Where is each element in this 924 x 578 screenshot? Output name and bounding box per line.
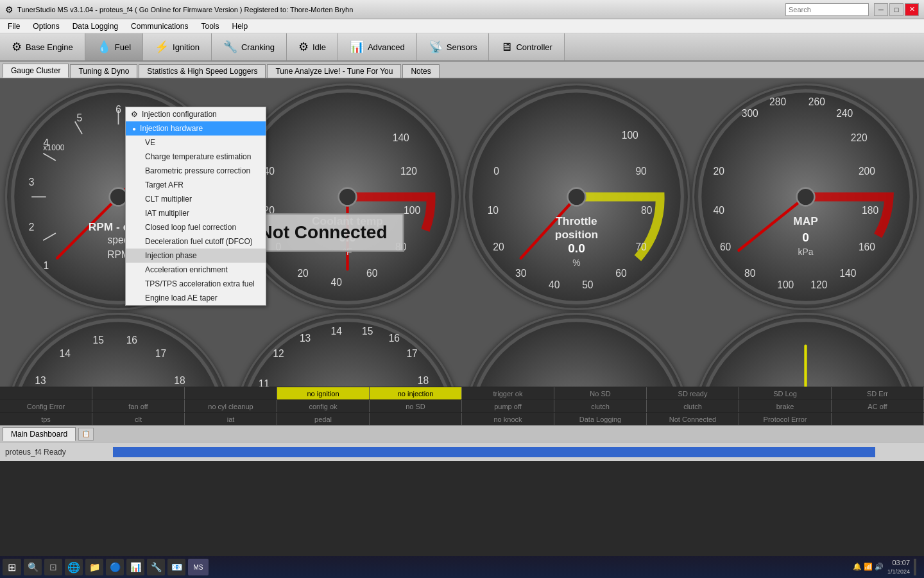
svg-text:20: 20	[493, 241, 504, 252]
svg-text:kPa: kPa	[798, 247, 814, 257]
s1-sd-err: SD Err	[832, 387, 924, 399]
taskbar-app3[interactable]: 🔧	[147, 559, 165, 575]
svg-text:17: 17	[155, 348, 166, 359]
dropdown-injection-config[interactable]: ⚙ Injection configuration	[126, 107, 266, 121]
dropdown-dfco[interactable]: Deceleration fuel cutoff (DFCO)	[126, 234, 266, 249]
svg-text:12: 12	[273, 348, 284, 359]
base-engine-icon: ⚙	[12, 40, 22, 54]
sensors-label: Sensors	[447, 42, 477, 52]
menu-help[interactable]: Help	[227, 21, 253, 32]
svg-text:6: 6	[116, 104, 121, 115]
svg-text:80: 80	[744, 268, 756, 279]
show-desktop-button[interactable]	[914, 559, 916, 575]
dropdown-iat-mult[interactable]: IAT multiplier	[126, 206, 266, 220]
svg-text:11: 11	[259, 378, 270, 387]
bottom-tabbar: Main Dashboard 📋	[0, 425, 924, 442]
tab-gauge-cluster[interactable]: Gauge Cluster	[3, 64, 69, 78]
svg-text:15: 15	[362, 326, 373, 337]
dropdown-charge-temp[interactable]: Charge temperature estimation	[126, 150, 266, 164]
titlebar-left: ⚙ TunerStudio MS v3.1.04 - proteus_f4 ( …	[5, 4, 353, 15]
svg-text:0: 0	[493, 166, 499, 177]
menu-data-logging[interactable]: Data Logging	[67, 21, 123, 32]
footer: proteus_f4 Ready	[0, 442, 924, 461]
toolbar-base-engine[interactable]: ⚙ Base Engine	[0, 33, 85, 60]
start-button[interactable]: ⊞	[3, 559, 21, 575]
svg-text:18: 18	[174, 375, 185, 386]
menu-communications[interactable]: Communications	[126, 21, 193, 32]
close-button[interactable]: ✕	[905, 3, 919, 16]
svg-text:160: 160	[859, 241, 875, 252]
toolbar-ignition[interactable]: ⚡ Ignition	[143, 33, 212, 60]
dropdown-clt-mult[interactable]: CLT multiplier	[126, 192, 266, 206]
svg-text:240: 240	[836, 108, 853, 119]
s1-no-injection: no injection	[370, 387, 462, 399]
dropdown-tps-accel[interactable]: TPS/TPS acceleration extra fuel	[126, 277, 266, 291]
svg-text:120: 120	[400, 166, 417, 177]
dropdown-ae-taper[interactable]: Engine load AE taper	[126, 291, 266, 305]
gauge-afr: 10 11 12 13 14 15 16 17 18 19 Air fuel r…	[5, 313, 232, 387]
menu-file[interactable]: File	[3, 21, 25, 32]
s2-ac-off: AC off	[832, 400, 924, 412]
svg-text:60: 60	[366, 268, 378, 279]
new-dashboard-button[interactable]: 📋	[78, 428, 94, 441]
minimize-button[interactable]: ─	[874, 3, 888, 16]
svg-text:10: 10	[488, 205, 499, 216]
taskbar-explorer[interactable]: 📁	[85, 559, 103, 575]
taskbar-app2[interactable]: 📊	[126, 559, 144, 575]
taskbar-mail[interactable]: 📧	[167, 559, 185, 575]
tab-tuning-dyno[interactable]: Tuning & Dyno	[70, 64, 137, 78]
dropdown-target-afr[interactable]: Target AFR	[126, 178, 266, 192]
svg-text:5: 5	[76, 112, 82, 123]
svg-text:70: 70	[635, 241, 647, 252]
menu-options[interactable]: Options	[28, 21, 64, 32]
svg-text:18: 18	[418, 375, 429, 386]
taskbar-taskview[interactable]: ⊡	[44, 559, 62, 575]
svg-text:80: 80	[641, 205, 653, 216]
not-connected-overlay: Not Connected	[243, 213, 404, 252]
taskbar-edge[interactable]: 🌐	[65, 559, 83, 575]
s3-iat: iat	[185, 413, 277, 425]
fuel-icon: 💧	[97, 40, 111, 54]
toolbar-sensors[interactable]: 📡 Sensors	[417, 33, 490, 60]
dropdown-injection-hardware[interactable]: ● Injection hardware	[126, 121, 266, 136]
maximize-button[interactable]: □	[889, 3, 903, 16]
svg-text:0.0: 0.0	[568, 241, 585, 255]
dropdown-injection-phase[interactable]: Injection phase	[126, 249, 266, 263]
svg-point-52	[568, 188, 586, 206]
gauge-ignition-timing: -100 -80 -60 -40 -20 0 20 40 60 80 100 I…	[692, 313, 919, 387]
ignition-icon: ⚡	[155, 40, 169, 54]
s1-trigger: trigger ok	[462, 387, 554, 399]
dropdown-closed-loop[interactable]: Closed loop fuel correction	[126, 220, 266, 234]
fuel-dropdown-menu: ⚙ Injection configuration ● Injection ha…	[125, 107, 266, 306]
svg-text:x1000: x1000	[43, 143, 64, 152]
svg-text:position: position	[555, 228, 598, 241]
tab-notes[interactable]: Notes	[402, 64, 439, 78]
svg-text:40: 40	[549, 279, 560, 290]
taskbar-ts[interactable]: MS	[188, 559, 209, 575]
dot-icon: ●	[132, 125, 136, 132]
toolbar-idle[interactable]: ⚙ Idle	[287, 33, 338, 60]
taskbar-icons: 🔔 📶 🔊	[853, 563, 884, 571]
tab-stats[interactable]: Statistics & High Speed Loggers	[139, 64, 266, 78]
toolbar-controller[interactable]: 🖥 Controller	[489, 33, 564, 60]
gauge-throttle: 0 10 20 30 40 50 60 70 80 90 100 Throttl…	[463, 83, 690, 310]
toolbar-cranking[interactable]: 🔧 Cranking	[212, 33, 287, 60]
toolbar-advanced[interactable]: 📊 Advanced	[338, 33, 417, 60]
dropdown-baro[interactable]: Barometric pressure correction	[126, 164, 266, 178]
windows-taskbar: ⊞ 🔍 ⊡ 🌐 📁 🔵 📊 🔧 📧 MS 🔔 📶 🔊 03:07 1/1/202…	[0, 556, 924, 578]
search-input[interactable]	[785, 3, 869, 16]
svg-text:13: 13	[300, 333, 311, 344]
svg-text:220: 220	[851, 132, 868, 143]
tab-tune-analyze[interactable]: Tune Analyze Live! - Tune For You	[267, 64, 401, 78]
taskbar-app1[interactable]: 🔵	[106, 559, 124, 575]
dropdown-ve[interactable]: VE	[126, 136, 266, 150]
taskbar-search[interactable]: 🔍	[24, 559, 42, 575]
tab-main-dashboard[interactable]: Main Dashboard	[3, 427, 76, 441]
s1-no-ignition: no ignition	[277, 387, 370, 399]
toolbar-fuel[interactable]: 💧 Fuel	[85, 33, 143, 60]
dropdown-accel-enrich[interactable]: Acceleration enrichment	[126, 263, 266, 277]
svg-text:100: 100	[622, 130, 638, 141]
not-connected-text: Not Connected	[259, 222, 387, 242]
idle-icon: ⚙	[298, 40, 309, 54]
menu-tools[interactable]: Tools	[196, 21, 224, 32]
